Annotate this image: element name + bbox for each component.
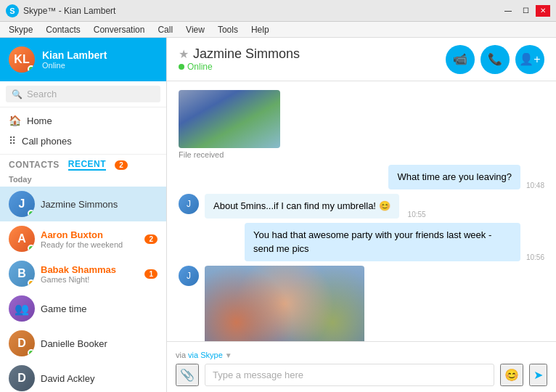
status-dot-aaron	[28, 245, 35, 252]
msg-received-photos: J Files received SHOW IN FOLDER 11:04	[179, 266, 544, 341]
contact-item-danielle[interactable]: D Danielle Booker	[0, 326, 166, 361]
contact-name-babak: Babak Shammas	[41, 264, 139, 275]
menu-help[interactable]: Help	[245, 23, 275, 36]
contact-sub-aaron: Ready for the weekend	[41, 240, 139, 249]
messages-container: File received What time are you leaving?…	[167, 81, 556, 341]
via-skype-link[interactable]: via Skype	[188, 351, 223, 359]
recent-badge: 2	[115, 160, 128, 170]
unread-badge-babak: 1	[144, 269, 158, 279]
nav-call-label: Call phones	[22, 136, 72, 147]
msg-received-content-5mins: About 5mins...if I can find my umbrella!…	[205, 194, 426, 219]
via-label: via	[176, 351, 186, 359]
profile-info: Kian Lambert Online	[42, 49, 158, 70]
minimize-button[interactable]: —	[501, 5, 515, 17]
skype-logo: S	[6, 4, 19, 17]
msg-avatar-jazmine: J	[179, 194, 199, 214]
chat-status-text: Online	[187, 62, 213, 72]
contact-list: Today J Jazmine Simmons A Aaron Buxton	[0, 172, 166, 392]
via-skype: via via Skype ▼	[176, 348, 547, 361]
group-photo-inner	[205, 266, 364, 341]
contact-avatar-gametime: 👥	[9, 295, 35, 322]
group-photo-content: Files received SHOW IN FOLDER	[205, 266, 364, 341]
contact-name-jazmine: Jazmine Simmons	[41, 199, 158, 210]
contact-item-gametime[interactable]: 👥 Game time	[0, 291, 166, 326]
contact-item-david[interactable]: D David Ackley	[0, 361, 166, 392]
star-icon[interactable]: ★	[179, 47, 189, 61]
menu-contacts[interactable]: Contacts	[40, 23, 86, 36]
section-today: Today	[0, 172, 166, 187]
maximize-button[interactable]: ☐	[518, 5, 533, 17]
contact-item-jazmine[interactable]: J Jazmine Simmons	[0, 187, 166, 221]
received-image-inner	[179, 90, 280, 148]
msg-text-received-1: About 5mins...if I can find my umbrella!…	[213, 200, 391, 211]
msg-sent-party: You had that awesome party with your fri…	[179, 223, 544, 261]
search-input[interactable]	[27, 89, 155, 99]
msg-bubble-received-1: About 5mins...if I can find my umbrella!…	[205, 194, 399, 219]
nav-home[interactable]: 🏠 Home	[0, 110, 166, 131]
contacts-tabs: CONTACTS RECENT 2	[0, 155, 166, 172]
nav-call-phones[interactable]: ⠿ Call phones	[0, 131, 166, 151]
input-row: 📎 😊 ➤	[176, 364, 547, 386]
chat-name-text: Jazmine Simmons	[193, 46, 300, 62]
contact-info-aaron: Aaron Buxton Ready for the weekend	[41, 229, 139, 249]
file-received-label: File received	[179, 150, 224, 159]
contact-name-danielle: Danielle Booker	[41, 338, 158, 349]
msg-bubble-sent-1: What time are you leaving?	[388, 165, 520, 189]
msg-text-sent-1: What time are you leaving?	[397, 171, 512, 182]
menu-call[interactable]: Call	[152, 23, 179, 36]
video-call-button[interactable]: 📹	[446, 45, 475, 74]
msg-avatar-jazmine-2: J	[179, 266, 199, 286]
msg-time-sent-2: 10:56	[526, 253, 544, 261]
profile-name: Kian Lambert	[42, 49, 158, 61]
attach-button[interactable]: 📎	[176, 364, 199, 386]
received-image	[179, 90, 280, 148]
msg-sent-what-time: What time are you leaving? 10:48	[179, 165, 544, 189]
contact-info-babak: Babak Shammas Games Night!	[41, 264, 139, 284]
contact-avatar-babak: B	[9, 261, 35, 287]
chat-contact-name: ★ Jazmine Simmons	[179, 46, 300, 62]
contact-info-danielle: Danielle Booker	[41, 338, 158, 349]
msg-text-sent-2: You had that awesome party with your fri…	[253, 229, 491, 253]
chat-status: Online	[179, 62, 300, 72]
status-dot-jazmine	[28, 210, 35, 217]
nav-home-label: Home	[27, 115, 52, 126]
contact-name-gametime: Game time	[41, 303, 158, 314]
search-bar: 🔍	[0, 81, 166, 107]
file-received-group: File received	[179, 90, 544, 159]
menu-conversation[interactable]: Conversation	[88, 23, 151, 36]
msg-bubble-sent-2: You had that awesome party with your fri…	[245, 223, 520, 261]
voice-call-button[interactable]: 📞	[481, 45, 510, 74]
menu-view[interactable]: View	[180, 23, 210, 36]
unread-badge-aaron: 2	[144, 234, 158, 244]
chat-header-info: ★ Jazmine Simmons Online	[179, 46, 300, 72]
profile-status-dot	[28, 65, 35, 73]
contact-sub-babak: Games Night!	[41, 275, 139, 284]
tab-contacts[interactable]: CONTACTS	[9, 160, 60, 170]
chat-area: ★ Jazmine Simmons Online 📹 📞 👤+	[167, 38, 556, 392]
msg-time-received-1: 10:55	[408, 211, 426, 219]
profile-header[interactable]: KL Kian Lambert Online	[0, 38, 166, 81]
close-button[interactable]: ✕	[536, 5, 550, 17]
menu-tools[interactable]: Tools	[212, 23, 244, 36]
status-dot-babak	[28, 279, 35, 287]
add-contact-button[interactable]: 👤+	[515, 45, 544, 74]
home-icon: 🏠	[9, 115, 21, 126]
via-skype-chevron: ▼	[225, 351, 232, 359]
profile-avatar: KL	[9, 46, 35, 73]
menu-bar: Skype Contacts Conversation Call View To…	[0, 22, 556, 38]
contact-avatar-danielle: D	[9, 330, 35, 356]
tab-recent[interactable]: RECENT	[68, 159, 106, 171]
profile-status: Online	[42, 61, 158, 70]
title-bar-controls: — ☐ ✕	[501, 5, 550, 17]
send-button[interactable]: ➤	[529, 364, 547, 386]
contact-item-babak[interactable]: B Babak Shammas Games Night! 1	[0, 256, 166, 291]
window-title: Skype™ - Kian Lambert	[23, 6, 115, 16]
menu-skype[interactable]: Skype	[3, 23, 38, 36]
contact-info-gametime: Game time	[41, 303, 158, 314]
contact-item-aaron[interactable]: A Aaron Buxton Ready for the weekend 2	[0, 221, 166, 256]
message-input[interactable]	[205, 364, 494, 386]
emoji-button[interactable]: 😊	[500, 364, 523, 386]
contact-avatar-david: D	[9, 365, 35, 391]
contact-info-david: David Ackley	[41, 373, 158, 384]
search-icon: 🔍	[12, 89, 23, 99]
